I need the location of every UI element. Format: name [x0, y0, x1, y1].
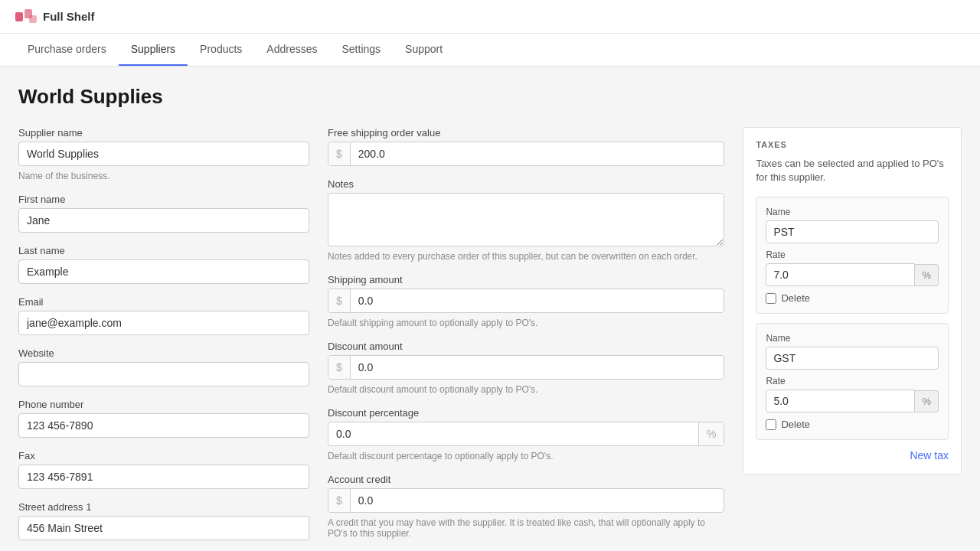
discount-pct-input[interactable]: [328, 422, 698, 445]
discount-amount-group: Discount amount $ Default discount amoun…: [328, 341, 724, 395]
tax-gst-name-label: Name: [766, 333, 939, 344]
discount-pct-hint: Default discount percentage to optionall…: [328, 451, 724, 461]
phone-group: Phone number: [18, 399, 309, 438]
nav-bar: Purchase orders Suppliers Products Addre…: [0, 34, 980, 67]
free-shipping-input[interactable]: [351, 142, 724, 165]
notes-hint: Notes added to every purchase order of t…: [328, 251, 724, 262]
shipping-amount-input-wrapper: $: [328, 289, 724, 313]
first-name-group: First name: [18, 194, 309, 233]
dollar-icon-shipping: $: [328, 289, 351, 312]
last-name-input[interactable]: [18, 259, 309, 284]
shipping-amount-label: Shipping amount: [328, 274, 724, 285]
new-tax-link[interactable]: New tax: [756, 449, 949, 461]
account-credit-hint: A credit that you may have with the supp…: [328, 517, 724, 539]
page-content: World Supplies Supplier name Name of the…: [0, 67, 980, 551]
tax-gst-delete-checkbox[interactable]: [766, 419, 776, 430]
account-credit-input[interactable]: [351, 489, 724, 512]
account-credit-label: Account credit: [328, 474, 724, 485]
account-credit-group: Account credit $ A credit that you may h…: [328, 474, 724, 539]
street1-label: Street address 1: [18, 501, 309, 513]
middle-column: Free shipping order value $ Notes Notes …: [328, 127, 724, 551]
tax-gst-percent-icon: %: [915, 390, 939, 412]
tax-pst-rate-label: Rate: [766, 249, 939, 260]
free-shipping-label: Free shipping order value: [328, 127, 724, 139]
tax-pst-name-label: Name: [766, 207, 939, 217]
discount-amount-label: Discount amount: [328, 341, 724, 352]
tax-gst-delete-row: Delete: [766, 419, 939, 430]
tax-pst-name-input[interactable]: [766, 220, 939, 243]
fax-label: Fax: [18, 450, 309, 461]
tax-pst-delete-label[interactable]: Delete: [781, 292, 810, 304]
tax-pst-rate-row: %: [766, 263, 939, 286]
tax-card-pst: Name Rate % Delete: [756, 197, 949, 314]
first-name-input[interactable]: [18, 208, 309, 233]
tax-gst-rate-label: Rate: [766, 376, 939, 386]
tax-pst-percent-icon: %: [915, 264, 939, 286]
logo-area: Full Shelf: [15, 9, 95, 24]
svg-rect-2: [29, 15, 37, 23]
dollar-icon-discount: $: [328, 356, 351, 379]
tax-card-gst: Name Rate % Delete: [756, 323, 949, 440]
shipping-amount-input[interactable]: [351, 289, 724, 312]
nav-addresses[interactable]: Addresses: [254, 34, 329, 66]
account-credit-input-wrapper: $: [328, 488, 724, 513]
taxes-header: TAXES: [756, 140, 949, 149]
app-title: Full Shelf: [43, 10, 95, 23]
logo-icon: [15, 9, 37, 24]
top-header: Full Shelf: [0, 0, 980, 34]
email-label: Email: [18, 296, 309, 308]
tax-gst-rate-row: %: [766, 390, 939, 412]
supplier-name-input[interactable]: [18, 142, 309, 166]
notes-group: Notes Notes added to every purchase orde…: [328, 178, 724, 262]
percent-icon: %: [698, 422, 724, 445]
nav-settings[interactable]: Settings: [330, 34, 394, 66]
last-name-label: Last name: [18, 245, 309, 256]
fax-input[interactable]: [18, 465, 309, 489]
discount-pct-input-wrapper: %: [328, 422, 724, 446]
notes-input[interactable]: [328, 193, 724, 246]
shipping-amount-group: Shipping amount $ Default shipping amoun…: [328, 274, 724, 328]
tax-gst-name-input[interactable]: [766, 347, 939, 370]
free-shipping-input-wrapper: $: [328, 142, 724, 166]
phone-input[interactable]: [18, 413, 309, 438]
website-group: Website: [18, 347, 309, 386]
email-input[interactable]: [18, 311, 309, 335]
nav-suppliers[interactable]: Suppliers: [119, 34, 188, 66]
last-name-group: Last name: [18, 245, 309, 284]
street1-group: Street address 1: [18, 501, 309, 540]
street1-input[interactable]: [18, 516, 309, 540]
email-group: Email: [18, 296, 309, 335]
taxes-description: Taxes can be selected and applied to PO'…: [756, 157, 949, 184]
right-column: TAXES Taxes can be selected and applied …: [743, 127, 962, 474]
page-title: World Supplies: [18, 85, 962, 109]
shipping-amount-hint: Default shipping amount to optionally ap…: [328, 318, 724, 328]
nav-products[interactable]: Products: [188, 34, 254, 66]
tax-pst-delete-checkbox[interactable]: [766, 293, 776, 304]
free-shipping-group: Free shipping order value $: [328, 127, 724, 166]
website-input[interactable]: [18, 362, 309, 386]
supplier-name-label: Supplier name: [18, 127, 309, 139]
discount-amount-input[interactable]: [351, 356, 724, 379]
form-layout: Supplier name Name of the business. Firs…: [18, 127, 962, 551]
phone-label: Phone number: [18, 399, 309, 410]
tax-gst-rate-input[interactable]: [766, 390, 915, 412]
supplier-name-group: Supplier name Name of the business.: [18, 127, 309, 181]
supplier-name-hint: Name of the business.: [18, 171, 309, 181]
notes-label: Notes: [328, 178, 724, 190]
discount-amount-hint: Default discount amount to optionally ap…: [328, 384, 724, 395]
nav-support[interactable]: Support: [393, 34, 455, 66]
website-label: Website: [18, 347, 309, 359]
tax-gst-delete-label[interactable]: Delete: [781, 419, 810, 430]
left-column: Supplier name Name of the business. Firs…: [18, 127, 309, 551]
discount-amount-input-wrapper: $: [328, 355, 724, 380]
taxes-panel: TAXES Taxes can be selected and applied …: [743, 127, 962, 474]
discount-pct-label: Discount percentage: [328, 407, 724, 419]
first-name-label: First name: [18, 194, 309, 205]
dollar-icon-credit: $: [328, 489, 351, 512]
nav-purchase-orders[interactable]: Purchase orders: [15, 34, 119, 66]
discount-pct-group: Discount percentage % Default discount p…: [328, 407, 724, 461]
tax-pst-delete-row: Delete: [766, 292, 939, 304]
svg-rect-0: [15, 12, 23, 21]
dollar-icon: $: [328, 142, 351, 165]
tax-pst-rate-input[interactable]: [766, 263, 915, 286]
